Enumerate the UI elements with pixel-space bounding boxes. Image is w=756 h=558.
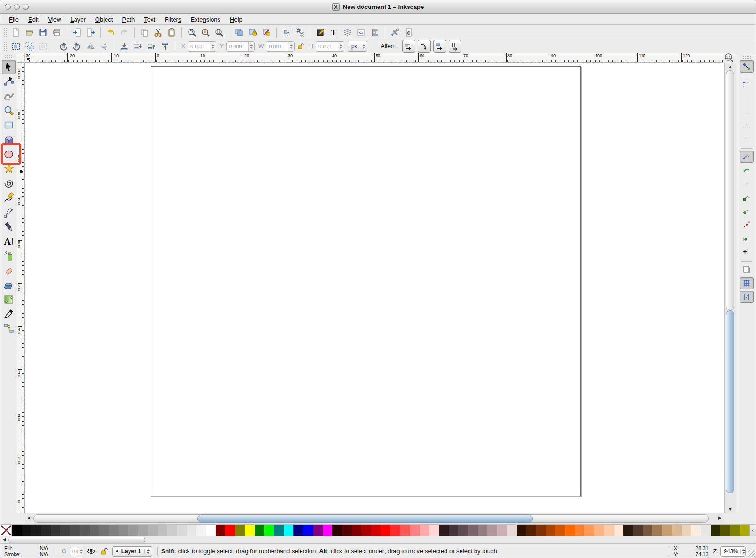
layer-select[interactable]: Layer 1 xyxy=(112,546,152,557)
tool-selector[interactable] xyxy=(2,60,16,74)
palette-scroll-arrow[interactable]: ◀ xyxy=(3,537,6,542)
palette-swatch[interactable] xyxy=(623,525,633,536)
palette-swatch[interactable] xyxy=(429,525,439,536)
snap-path-intersections-toggle[interactable] xyxy=(740,178,754,190)
close-window-button[interactable] xyxy=(5,4,11,10)
palette-swatch[interactable] xyxy=(594,525,604,536)
menu-item[interactable]: Help xyxy=(225,15,247,24)
palette-swatch[interactable] xyxy=(740,525,750,536)
palette-swatch[interactable] xyxy=(507,525,517,536)
xml-editor-button[interactable]: <> xyxy=(355,26,367,38)
tool-eraser[interactable] xyxy=(2,264,16,278)
tool-pen[interactable] xyxy=(2,205,16,219)
palette-swatch[interactable] xyxy=(51,525,60,536)
palette-swatch[interactable] xyxy=(672,525,682,536)
raise-button[interactable] xyxy=(145,40,158,53)
scroll-down-arrow[interactable]: ▼ xyxy=(725,507,736,512)
toolbar-grip[interactable] xyxy=(3,28,7,37)
lock-ratio-button[interactable] xyxy=(296,40,305,53)
palette-swatch[interactable] xyxy=(546,525,556,536)
snap-to-paths-toggle[interactable] xyxy=(740,164,754,176)
palette-swatch[interactable] xyxy=(439,525,449,536)
palette-swatch[interactable] xyxy=(31,525,41,536)
palette-swatch[interactable] xyxy=(449,525,459,536)
palette-swatch[interactable] xyxy=(99,525,109,536)
unit-select[interactable]: px xyxy=(348,41,367,52)
scroll-left-arrow[interactable]: ◀ xyxy=(27,515,30,520)
palette-swatch[interactable] xyxy=(478,525,488,536)
affect-rotate-transform-toggle[interactable] xyxy=(418,40,431,53)
toolbox-grip[interactable] xyxy=(5,55,13,58)
palette-swatch[interactable] xyxy=(652,525,662,536)
x-input[interactable]: 0.000 xyxy=(188,41,216,52)
horizontal-scrollbar[interactable]: ◀ ▶ xyxy=(25,513,724,524)
palette-swatch[interactable] xyxy=(167,525,177,536)
zoom-page-button[interactable] xyxy=(213,26,225,38)
palette-swatch[interactable] xyxy=(109,525,119,536)
cut-button[interactable] xyxy=(152,26,164,38)
menu-item[interactable]: View xyxy=(43,15,66,24)
palette-swatch[interactable] xyxy=(128,525,138,536)
zoom-spinner[interactable] xyxy=(740,549,745,554)
snap-midpoints-toggle[interactable] xyxy=(740,219,754,231)
palette-swatch[interactable] xyxy=(458,525,468,536)
unlink-clone-button[interactable] xyxy=(260,26,272,38)
palette-swatch[interactable] xyxy=(517,525,527,536)
lower-to-bottom-button[interactable] xyxy=(118,40,130,53)
tool-calligraphy[interactable] xyxy=(2,220,16,234)
palette-swatch[interactable] xyxy=(264,525,274,536)
palette-swatch[interactable] xyxy=(177,525,187,536)
palette-swatch[interactable] xyxy=(293,525,303,536)
snap-guides-toggle[interactable] xyxy=(740,291,754,303)
group-objects-button[interactable] xyxy=(280,26,293,38)
y-spinner[interactable] xyxy=(248,42,254,51)
palette-swatch[interactable] xyxy=(682,525,692,536)
tool-spray[interactable] xyxy=(2,249,16,263)
zoom-input[interactable]: 943% xyxy=(720,546,746,557)
y-input[interactable]: 0.000 xyxy=(226,41,255,52)
rotate-90-ccw-button[interactable] xyxy=(57,40,69,53)
palette-swatch[interactable] xyxy=(633,525,643,536)
palette-scroll-thumb[interactable] xyxy=(8,537,145,543)
zoom-drawing-button[interactable] xyxy=(199,26,212,38)
print-document-button[interactable] xyxy=(51,26,63,38)
menu-item[interactable]: File xyxy=(4,15,23,24)
palette-swatch[interactable] xyxy=(70,525,80,536)
tool-rectangle[interactable] xyxy=(2,118,16,132)
snap-object-centers-toggle[interactable] xyxy=(740,232,754,244)
palette-swatch[interactable] xyxy=(255,525,265,536)
import-button[interactable] xyxy=(71,26,83,38)
palette-swatch[interactable] xyxy=(390,525,400,536)
snap-grid-toggle[interactable] xyxy=(740,277,754,289)
snap-rotation-center-toggle[interactable] xyxy=(740,246,754,258)
tool-text[interactable]: A xyxy=(2,234,16,249)
zoom-window-button[interactable] xyxy=(23,4,29,10)
palette-swatch[interactable] xyxy=(526,525,536,536)
palette-swatch[interactable] xyxy=(12,525,22,536)
duplicate-button[interactable] xyxy=(233,26,245,38)
copy-button[interactable] xyxy=(138,26,151,38)
select-all-layers-button[interactable] xyxy=(23,40,36,53)
open-document-button[interactable] xyxy=(23,26,36,38)
tool-pencil[interactable] xyxy=(2,191,16,205)
tool-gradient[interactable] xyxy=(2,293,16,307)
palette-swatch[interactable] xyxy=(216,525,226,536)
palette-swatch[interactable] xyxy=(536,525,546,536)
palette-swatch[interactable] xyxy=(361,525,371,536)
snap-bbox-centers-toggle[interactable] xyxy=(740,133,754,145)
palette-swatch[interactable] xyxy=(662,525,672,536)
redo-button[interactable] xyxy=(118,26,130,38)
palette-swatch[interactable] xyxy=(187,525,197,536)
affect-move-gradients-toggle[interactable] xyxy=(433,40,446,53)
palette-swatch[interactable] xyxy=(604,525,614,536)
palette-swatch[interactable] xyxy=(565,525,575,536)
palette-swatch[interactable] xyxy=(410,525,420,536)
affect-move-stroke-toggle[interactable] xyxy=(402,40,415,53)
flip-vertical-button[interactable] xyxy=(98,40,110,53)
snapbar-grip[interactable] xyxy=(742,55,751,59)
palette-swatch[interactable] xyxy=(119,525,129,536)
palette-swatch[interactable] xyxy=(235,525,245,536)
palette-swatch[interactable] xyxy=(614,525,624,536)
palette-swatch[interactable] xyxy=(691,525,701,536)
snap-bbox-edges-toggle[interactable] xyxy=(740,92,754,104)
